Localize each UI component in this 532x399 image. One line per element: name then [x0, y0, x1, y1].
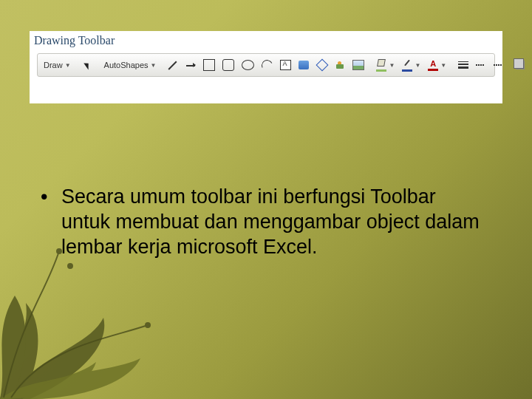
list-item: Secara umum toolbar ini berfungsi Toolba…	[41, 185, 488, 259]
textbox-tool[interactable]	[277, 58, 294, 72]
picture-icon	[352, 60, 364, 70]
wordart-icon	[299, 61, 309, 69]
chevron-down-icon: ▼	[440, 62, 446, 69]
rounded-rect-tool[interactable]	[219, 58, 237, 72]
toolbar-panel: Drawing Toolbar Draw ▼ AutoShapes ▼	[30, 31, 502, 103]
font-color-icon: A	[428, 60, 438, 71]
svg-point-2	[146, 323, 150, 327]
picture-tool[interactable]	[349, 58, 367, 72]
autoshapes-label: AutoShapes	[104, 61, 149, 69]
chevron-down-icon: ▼	[415, 62, 420, 69]
bullet-list: Secara umum toolbar ini berfungsi Toolba…	[41, 185, 488, 259]
rectangle-icon	[203, 59, 215, 71]
line-weight-tool[interactable]	[455, 60, 471, 70]
ellipse-icon	[242, 60, 254, 70]
arrow-icon	[185, 60, 196, 70]
dash-style-tool[interactable]	[473, 63, 489, 67]
line-color-tool[interactable]: ▼	[399, 57, 423, 73]
line-weight-icon	[458, 61, 468, 69]
wordart-tool[interactable]	[296, 59, 312, 71]
shadow-tool[interactable]	[513, 59, 528, 71]
arrow-style-icon	[494, 64, 504, 66]
cursor-icon	[83, 61, 91, 69]
shadow-icon	[516, 61, 525, 69]
select-tool[interactable]	[80, 58, 95, 72]
arrow-style-tool[interactable]	[491, 63, 507, 67]
line-icon	[168, 60, 178, 70]
bullet-text: Secara umum toolbar ini berfungsi Toolba…	[61, 185, 488, 259]
slide: Drawing Toolbar Draw ▼ AutoShapes ▼	[0, 0, 532, 399]
3d-tool[interactable]	[529, 58, 532, 72]
textbox-icon	[280, 60, 291, 70]
arrow-tool[interactable]	[183, 58, 199, 72]
clipart-icon	[335, 61, 345, 70]
autoshapes-menu[interactable]: AutoShapes ▼	[101, 59, 160, 71]
svg-point-1	[68, 264, 72, 268]
panel-title: Drawing Toolbar	[34, 34, 115, 47]
draw-menu[interactable]: Draw ▼	[41, 59, 74, 71]
ellipse-tool[interactable]	[239, 58, 257, 72]
rounded-rect-icon	[222, 59, 234, 71]
diagram-tool[interactable]	[313, 58, 331, 72]
rectangle-tool[interactable]	[200, 58, 218, 72]
chevron-down-icon: ▼	[65, 62, 71, 69]
diagram-icon	[316, 59, 329, 72]
clipart-tool[interactable]	[332, 59, 348, 72]
arc-icon	[260, 58, 274, 72]
fill-color-tool[interactable]: ▼	[373, 57, 398, 73]
font-color-tool[interactable]: A ▼	[425, 58, 449, 72]
arc-tool[interactable]	[259, 58, 276, 72]
dash-icon	[476, 64, 486, 66]
fill-color-icon	[376, 58, 386, 72]
line-tool[interactable]	[165, 58, 181, 72]
chevron-down-icon: ▼	[151, 62, 157, 69]
drawing-toolbar: Draw ▼ AutoShapes ▼	[37, 53, 495, 77]
draw-label: Draw	[44, 61, 63, 69]
chevron-down-icon: ▼	[389, 62, 395, 69]
line-color-icon	[402, 58, 412, 72]
bullet-icon	[41, 185, 61, 259]
